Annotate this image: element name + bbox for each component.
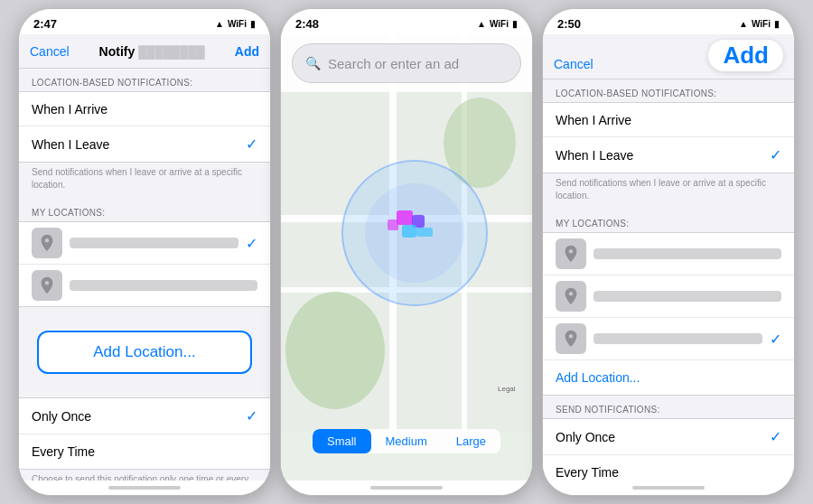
wifi-icon-3: WiFi bbox=[752, 19, 771, 29]
only-once-check-3: ✓ bbox=[770, 428, 781, 445]
search-placeholder: Search or enter an ad bbox=[328, 56, 459, 71]
nav-title-1: Notify ████████ bbox=[99, 44, 205, 59]
phone-2: 2:48 ▲ WiFi ▮ 🔍 Search or enter an ad bbox=[280, 8, 533, 496]
home-bar-2 bbox=[281, 481, 532, 495]
size-medium[interactable]: Medium bbox=[371, 429, 442, 453]
search-overlay: 🔍 Search or enter an ad bbox=[281, 34, 532, 92]
phone-1: 2:47 ▲ WiFi ▮ Cancel Notify ████████ Add… bbox=[18, 8, 271, 496]
every-time-text-3: Every Time bbox=[556, 465, 619, 480]
status-icons-3: ▲ WiFi ▮ bbox=[739, 19, 780, 29]
map-svg: Legal bbox=[281, 34, 532, 432]
location-thumb-3-2 bbox=[556, 281, 586, 312]
home-indicator-3 bbox=[632, 486, 705, 490]
location-check-3-3: ✓ bbox=[770, 331, 781, 348]
svg-rect-12 bbox=[388, 219, 398, 230]
time-1: 2:47 bbox=[33, 17, 57, 31]
when-leave-text-1: When I Leave bbox=[32, 137, 109, 152]
every-time-text-1: Every Time bbox=[32, 444, 95, 459]
location-row-1[interactable]: ✓ bbox=[19, 222, 270, 265]
cancel-button-1[interactable]: Cancel bbox=[30, 44, 70, 59]
when-leave-row-1[interactable]: When I Leave ✓ bbox=[19, 126, 270, 162]
location-based-label-3: LOCATION-BASED NOTIFICATIONS: bbox=[543, 79, 794, 102]
location-based-label-1: LOCATION-BASED NOTIFICATIONS: bbox=[19, 69, 270, 91]
every-time-row-3[interactable]: Every Time bbox=[543, 455, 794, 481]
only-once-row-1[interactable]: Only Once ✓ bbox=[19, 398, 270, 434]
battery-icon-3: ▮ bbox=[774, 19, 780, 29]
my-locations-label-1: MY LOCATIONS: bbox=[19, 199, 270, 221]
size-small[interactable]: Small bbox=[313, 429, 371, 453]
location-thumb-3-3 bbox=[556, 323, 586, 354]
when-leave-text-3: When I Leave bbox=[556, 148, 633, 163]
status-bar-1: 2:47 ▲ WiFi ▮ bbox=[19, 9, 270, 34]
status-bar-3: 2:50 ▲ WiFi ▮ bbox=[543, 9, 794, 34]
svg-text:Legal: Legal bbox=[498, 385, 516, 393]
location-row-2[interactable] bbox=[19, 265, 270, 306]
cancel-button-3[interactable]: Cancel bbox=[554, 57, 593, 71]
send-notifications-label-3: SEND NOTIFICATIONS: bbox=[543, 396, 794, 418]
send-notifications-group-3: Only Once ✓ Every Time bbox=[543, 418, 794, 481]
location-name-3-3 bbox=[593, 333, 762, 344]
svg-point-5 bbox=[285, 292, 385, 409]
time-3: 2:50 bbox=[557, 17, 581, 31]
status-icons-1: ▲ WiFi ▮ bbox=[215, 19, 256, 29]
when-arrive-text-1: When I Arrive bbox=[32, 102, 107, 117]
location-row-3-2[interactable] bbox=[543, 275, 794, 318]
size-picker[interactable]: Small Medium Large bbox=[313, 429, 500, 453]
location-name-1 bbox=[70, 238, 238, 248]
add-button-3[interactable]: Add bbox=[723, 42, 769, 69]
when-arrive-text-3: When I Arrive bbox=[556, 113, 631, 127]
location-helper-1: Send notifications when I leave or arriv… bbox=[19, 163, 270, 199]
battery-icon-2: ▮ bbox=[512, 19, 518, 29]
location-helper-3: Send notifications when I leave or arriv… bbox=[543, 173, 794, 210]
every-time-row-1[interactable]: Every Time bbox=[19, 434, 270, 469]
location-row-3-3[interactable]: ✓ bbox=[543, 318, 794, 360]
svg-rect-9 bbox=[397, 210, 413, 225]
only-once-text-3: Only Once bbox=[556, 430, 615, 444]
only-once-check-1: ✓ bbox=[246, 407, 257, 425]
when-arrive-row-3[interactable]: When I Arrive bbox=[543, 103, 794, 137]
add-location-row-3[interactable]: Add Location... bbox=[543, 360, 794, 395]
location-based-group-3: When I Arrive When I Leave ✓ bbox=[543, 102, 794, 173]
location-thumb-1 bbox=[32, 228, 62, 258]
location-check-1: ✓ bbox=[246, 235, 257, 252]
locations-group-3: ✓ Add Location... bbox=[543, 232, 794, 396]
wifi-icon-2: WiFi bbox=[490, 19, 509, 29]
signal-icon: ▲ bbox=[215, 19, 224, 29]
home-bar-1 bbox=[19, 481, 270, 495]
locations-group-1: ✓ bbox=[19, 221, 270, 307]
location-name-2 bbox=[70, 280, 257, 291]
nav-bar-3: Cancel Add bbox=[543, 34, 794, 79]
location-thumb-3-1 bbox=[556, 238, 586, 269]
signal-icon-2: ▲ bbox=[477, 19, 486, 29]
location-row-3-1[interactable] bbox=[543, 233, 794, 275]
when-leave-row-3[interactable]: When I Leave ✓ bbox=[543, 137, 794, 173]
when-leave-check-1: ✓ bbox=[246, 135, 257, 153]
search-icon: 🔍 bbox=[305, 56, 321, 70]
only-once-row-3[interactable]: Only Once ✓ bbox=[543, 419, 794, 455]
send-notifications-helper-1: Choose to send this notification only on… bbox=[19, 470, 270, 481]
home-indicator-2 bbox=[370, 486, 443, 490]
content-3: LOCATION-BASED NOTIFICATIONS: When I Arr… bbox=[543, 79, 794, 481]
location-name-3-1 bbox=[593, 248, 781, 259]
home-bar-3 bbox=[543, 481, 794, 495]
add-location-text-3[interactable]: Add Location... bbox=[556, 370, 640, 385]
when-arrive-row-1[interactable]: When I Arrive bbox=[19, 92, 270, 126]
status-icons-2: ▲ WiFi ▮ bbox=[477, 19, 518, 29]
phone-3: 2:50 ▲ WiFi ▮ Cancel Add LOCATION-BASED … bbox=[542, 8, 795, 496]
add-location-button-1[interactable]: Add Location... bbox=[37, 331, 252, 374]
wifi-icon: WiFi bbox=[228, 19, 247, 29]
home-indicator-1 bbox=[108, 486, 181, 490]
map-content: 🔍 Search or enter an ad bbox=[281, 34, 532, 481]
add-button-1[interactable]: Add bbox=[235, 44, 259, 59]
time-2: 2:48 bbox=[295, 17, 319, 31]
signal-icon-3: ▲ bbox=[739, 19, 748, 29]
send-notifications-group-1: Only Once ✓ Every Time bbox=[19, 397, 270, 470]
content-1: LOCATION-BASED NOTIFICATIONS: When I Arr… bbox=[19, 69, 270, 481]
size-large[interactable]: Large bbox=[442, 429, 500, 453]
location-based-group-1: When I Arrive When I Leave ✓ bbox=[19, 91, 270, 163]
search-bar[interactable]: 🔍 Search or enter an ad bbox=[292, 43, 521, 83]
svg-rect-13 bbox=[416, 228, 433, 237]
status-bar-2: 2:48 ▲ WiFi ▮ bbox=[281, 9, 532, 34]
my-locations-label-3: MY LOCATIONS: bbox=[543, 210, 794, 232]
when-leave-check-3: ✓ bbox=[770, 146, 781, 163]
